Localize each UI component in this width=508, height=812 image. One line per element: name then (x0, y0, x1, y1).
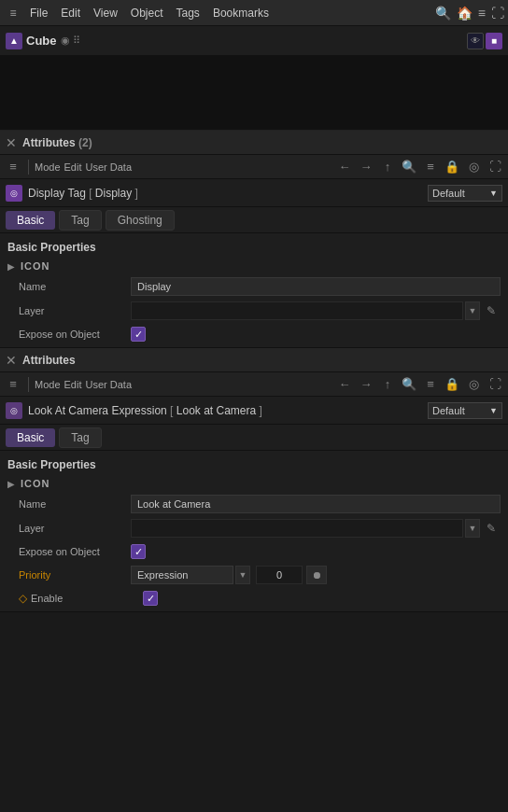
prop-name-value-2[interactable]: Look at Camera (131, 495, 501, 513)
tag-display-row-1: ◎ Display Tag [ Display ] Default ▼ (0, 179, 508, 207)
menu-file[interactable]: File (24, 5, 53, 21)
toolbar-sep-1 (28, 160, 29, 175)
default-select-1[interactable]: Default ▼ (428, 185, 502, 202)
search-icon[interactable]: 🔍 (435, 6, 451, 21)
prop-layer-arrow-2[interactable]: ▼ (465, 519, 480, 538)
prop-layer-label-2: Layer (19, 523, 131, 534)
tab-row-2: Basic Tag (0, 425, 508, 451)
toolbar-circle-2[interactable]: ◎ (464, 375, 483, 394)
tag-eye-icon[interactable]: 👁 (467, 33, 484, 49)
prop-layer-row-2: Layer ▼ ✎ (0, 516, 508, 540)
menu-tags[interactable]: Tags (171, 5, 205, 21)
display-tag-icon-1: ◎ (6, 185, 22, 202)
menu-bookmarks[interactable]: Bookmarks (207, 5, 275, 21)
attr-title-text-1: Attributes (22, 136, 76, 149)
tag-display-name-2: Look At Camera Expression [ Look at Came… (28, 404, 262, 417)
menu-edit[interactable]: Edit (55, 5, 86, 21)
tab-ghosting-1[interactable]: Ghosting (106, 210, 175, 231)
prop-layer-select-1[interactable] (131, 301, 463, 320)
toolbar-lock-1[interactable]: 🔒 (443, 158, 461, 176)
tab-tag-2[interactable]: Tag (59, 427, 101, 448)
toolbar-fwd-2[interactable]: → (357, 375, 375, 394)
priority-select-arrow[interactable]: ▼ (235, 566, 250, 584)
tab-row-1: Basic Tag Ghosting (0, 207, 508, 233)
toolbar-list-1[interactable]: ≡ (421, 158, 440, 176)
attr-count-1: (2) (78, 136, 92, 149)
toolbar-userdata-2[interactable]: User Data (86, 379, 133, 390)
icon-row-1[interactable]: ▶ ICON (0, 258, 508, 274)
toolbar-expand-2[interactable]: ⛶ (486, 375, 504, 394)
toolbar-hamburger-1[interactable]: ≡ (4, 158, 22, 176)
lookat-tag-icon-2: ◎ (6, 402, 22, 419)
prop-layer-arrow-1[interactable]: ▼ (465, 301, 480, 320)
icon-row-2[interactable]: ▶ ICON (0, 475, 508, 492)
prop-layer-select-2[interactable] (131, 519, 463, 538)
attr-header-1: ✕ Attributes (2) (0, 131, 508, 155)
icon-row-arrow-1: ▶ (7, 261, 15, 272)
toolbar-fwd-1[interactable]: → (357, 158, 375, 176)
section-title-1: Basic Properties (0, 235, 508, 258)
prop-expose-checkbox-1[interactable]: ✓ (131, 327, 146, 342)
prop-name-label-2: Name (19, 498, 131, 510)
toolbar-up-1[interactable]: ↑ (378, 158, 397, 176)
checkbox-check-enable: ✓ (147, 593, 155, 605)
priority-controls: Expression ▼ 0 ⏺ (131, 566, 327, 584)
tag-name-text-2: Look At Camera Expression (28, 404, 167, 417)
toolbar-edit-1[interactable]: Edit (64, 161, 82, 173)
toolbar-edit-2[interactable]: Edit (64, 379, 82, 390)
prop-expose-row-1: Expose on Object ✓ (0, 323, 508, 345)
list-icon[interactable]: ≡ (478, 6, 486, 21)
toolbar-search-2[interactable]: 🔍 (400, 375, 418, 394)
default-select-2[interactable]: Default ▼ (428, 402, 502, 419)
toolbar-list-2[interactable]: ≡ (421, 375, 440, 394)
tab-tag-1[interactable]: Tag (59, 210, 101, 231)
tab-basic-2[interactable]: Basic (6, 428, 55, 447)
attr-close-1[interactable]: ✕ (6, 135, 17, 150)
toolbar-circle-1[interactable]: ◎ (464, 158, 483, 176)
checkbox-check-2: ✓ (134, 546, 143, 558)
prop-name-value-1[interactable]: Display (131, 277, 501, 296)
icon-row-label-2: ICON (21, 478, 50, 489)
tab-basic-1[interactable]: Basic (6, 211, 55, 230)
toolbar-up-2[interactable]: ↑ (378, 375, 397, 394)
menu-object[interactable]: Object (125, 5, 169, 21)
toolbar-back-2[interactable]: ← (335, 375, 354, 394)
toolbar-userdata-1[interactable]: User Data (86, 161, 133, 173)
menu-view[interactable]: View (88, 5, 123, 21)
tag-purple-icon[interactable]: ■ (486, 33, 502, 49)
object-name[interactable]: Cube (26, 34, 57, 48)
expand-icon[interactable]: ⛶ (491, 6, 504, 21)
prop-enable-checkbox[interactable]: ✓ (143, 591, 158, 606)
toolbar-search-1[interactable]: 🔍 (400, 158, 418, 176)
diamond-icon: ◇ (19, 592, 27, 605)
prop-name-label-1: Name (19, 281, 131, 292)
home-icon[interactable]: 🏠 (457, 6, 473, 21)
prop-expose-checkbox-2[interactable]: ✓ (131, 544, 146, 559)
priority-num[interactable]: 0 (256, 566, 303, 584)
prop-layer-label-1: Layer (19, 305, 131, 316)
prop-layer-wrap-1: ▼ ✎ (131, 301, 501, 320)
priority-keyframe-icon[interactable]: ⏺ (306, 566, 327, 584)
object-row: ▲ Cube ◉ ⠿ 👁 ■ (0, 26, 508, 56)
default-label-1: Default (432, 188, 465, 199)
toolbar-mode-2[interactable]: Mode (35, 379, 61, 390)
prop-name-row-1: Name Display (0, 274, 508, 299)
prop-layer-edit-2[interactable]: ✎ (482, 519, 501, 538)
toolbar-expand-1[interactable]: ⛶ (486, 158, 504, 176)
hamburger-icon[interactable]: ≡ (4, 4, 22, 22)
toolbar-mode-1[interactable]: Mode (35, 161, 61, 173)
attr-toolbar-1: ≡ Mode Edit User Data ← → ↑ 🔍 ≡ 🔒 ◎ ⛶ (0, 155, 508, 179)
attr-close-2[interactable]: ✕ (6, 353, 17, 368)
section-group-1: Basic Properties ▶ ICON Name Display Lay… (0, 233, 508, 347)
prop-layer-edit-1[interactable]: ✎ (482, 301, 501, 320)
object-dots: ◉ ⠿ (61, 35, 80, 47)
toolbar-lock-2[interactable]: 🔒 (443, 375, 461, 394)
toolbar-hamburger-2[interactable]: ≡ (4, 375, 22, 394)
priority-select[interactable]: Expression (131, 566, 233, 584)
toolbar-back-1[interactable]: ← (335, 158, 354, 176)
prop-enable-label: Enable (31, 593, 143, 604)
tag-name-text-1: Display Tag (28, 187, 86, 200)
tag-type-text-2: Look at Camera (176, 404, 256, 417)
prop-priority-row: Priority Expression ▼ 0 ⏺ (0, 563, 508, 587)
thumbnail-area (0, 56, 508, 131)
